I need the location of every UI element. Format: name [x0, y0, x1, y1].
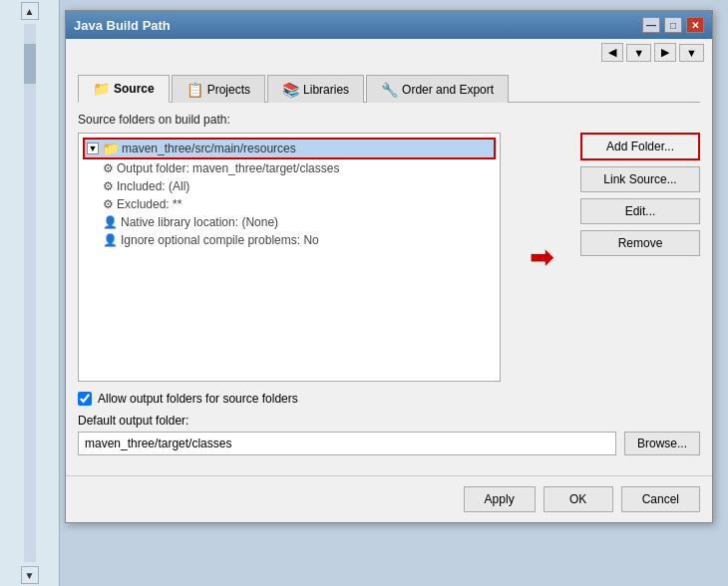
- tab-source[interactable]: 📁 Source: [78, 75, 170, 103]
- tab-projects[interactable]: 📋 Projects: [172, 75, 265, 103]
- tree-root-item[interactable]: ▼ 📁 maven_three/src/main/resources: [83, 138, 496, 159]
- allow-output-row: Allow output folders for source folders: [78, 392, 700, 406]
- add-folder-button[interactable]: Add Folder...: [580, 133, 700, 160]
- child-native-label: Native library location: (None): [121, 215, 278, 229]
- cancel-button[interactable]: Cancel: [621, 486, 700, 512]
- left-scrollbar: ▲ ▼: [0, 0, 60, 586]
- java-build-path-dialog: Java Build Path — □ ✕ ◀ ▼ ▶ ▼ 📁 Source: [65, 10, 713, 523]
- nav-dropdown-button[interactable]: ▼: [626, 44, 651, 62]
- child-excluded-icon: ⚙: [103, 197, 114, 211]
- tree-child-ignore[interactable]: 👤 Ignore optional compile problems: No: [103, 231, 496, 249]
- edit-button[interactable]: Edit...: [580, 198, 700, 224]
- output-folder-input[interactable]: [78, 432, 616, 455]
- child-ignore-icon: 👤: [103, 233, 118, 247]
- tab-order-export[interactable]: 🔧 Order and Export: [366, 75, 509, 103]
- source-tree: ▼ 📁 maven_three/src/main/resources ⚙ Out…: [78, 133, 501, 382]
- tree-child-output[interactable]: ⚙ Output folder: maven_three/target/clas…: [103, 159, 496, 177]
- browse-button[interactable]: Browse...: [624, 432, 700, 455]
- arrow-annotation: ➡: [511, 133, 570, 382]
- tab-bar: 📁 Source 📋 Projects 📚 Libraries 🔧 Order …: [78, 74, 700, 103]
- child-ignore-label: Ignore optional compile problems: No: [121, 233, 319, 247]
- section-label: Source folders on build path:: [78, 113, 700, 127]
- nav-dropdown2-button[interactable]: ▼: [679, 44, 704, 62]
- dialog-titlebar: Java Build Path — □ ✕: [66, 11, 712, 39]
- minimize-button[interactable]: —: [642, 17, 660, 33]
- action-buttons: Add Folder... Link Source... Edit... Rem…: [580, 133, 700, 382]
- output-folder-row: Browse...: [78, 432, 700, 455]
- tab-projects-label: Projects: [207, 83, 250, 97]
- order-tab-icon: 🔧: [381, 82, 398, 98]
- child-included-icon: ⚙: [103, 179, 114, 193]
- titlebar-controls: — □ ✕: [642, 17, 704, 33]
- tree-root-icon: 📁: [102, 141, 119, 156]
- child-output-icon: ⚙: [103, 161, 114, 175]
- source-tab-icon: 📁: [93, 81, 110, 97]
- projects-tab-icon: 📋: [186, 82, 203, 98]
- bottom-section: Allow output folders for source folders …: [78, 392, 700, 455]
- default-output-label: Default output folder:: [78, 414, 700, 428]
- scroll-track: [24, 24, 36, 562]
- tab-libraries[interactable]: 📚 Libraries: [267, 75, 364, 103]
- tab-order-label: Order and Export: [402, 83, 494, 97]
- tree-expand-btn[interactable]: ▼: [87, 143, 99, 154]
- allow-output-checkbox[interactable]: [78, 392, 92, 406]
- child-native-icon: 👤: [103, 215, 118, 229]
- tab-source-label: Source: [114, 82, 155, 96]
- remove-button[interactable]: Remove: [580, 230, 700, 256]
- forward-button[interactable]: ▶: [654, 43, 676, 62]
- child-output-label: Output folder: maven_three/target/classe…: [117, 161, 339, 175]
- scroll-up-btn[interactable]: ▲: [21, 2, 39, 20]
- tab-libraries-label: Libraries: [303, 83, 349, 97]
- tree-child-native[interactable]: 👤 Native library location: (None): [103, 213, 496, 231]
- scroll-down-btn[interactable]: ▼: [21, 566, 39, 584]
- dialog-nav: ◀ ▼ ▶ ▼: [66, 39, 712, 62]
- maximize-button[interactable]: □: [664, 17, 682, 33]
- tree-root-label: maven_three/src/main/resources: [122, 142, 296, 155]
- child-excluded-label: Excluded: **: [117, 197, 182, 211]
- child-included-label: Included: (All): [117, 179, 189, 193]
- close-button[interactable]: ✕: [686, 17, 704, 33]
- dialog-content: 📁 Source 📋 Projects 📚 Libraries 🔧 Order …: [66, 62, 712, 467]
- tree-child-excluded[interactable]: ⚙ Excluded: **: [103, 195, 496, 213]
- window: ▲ ▼ Java Build Path — □ ✕ ◀ ▼ ▶ ▼: [0, 0, 728, 586]
- dialog-footer: Apply OK Cancel: [66, 475, 712, 522]
- scroll-thumb[interactable]: [24, 44, 36, 84]
- libraries-tab-icon: 📚: [282, 82, 299, 98]
- link-source-button[interactable]: Link Source...: [580, 166, 700, 192]
- back-button[interactable]: ◀: [601, 43, 623, 62]
- main-area: ▼ 📁 maven_three/src/main/resources ⚙ Out…: [78, 133, 700, 382]
- default-output-text: Default output folder:: [78, 414, 188, 428]
- tree-child-included[interactable]: ⚙ Included: (All): [103, 177, 496, 195]
- apply-button[interactable]: Apply: [464, 486, 536, 512]
- tree-children: ⚙ Output folder: maven_three/target/clas…: [103, 159, 496, 249]
- allow-output-label: Allow output folders for source folders: [98, 392, 298, 406]
- dialog-title: Java Build Path: [74, 18, 642, 33]
- ok-button[interactable]: OK: [544, 486, 613, 512]
- red-arrow-icon: ➡: [530, 241, 552, 274]
